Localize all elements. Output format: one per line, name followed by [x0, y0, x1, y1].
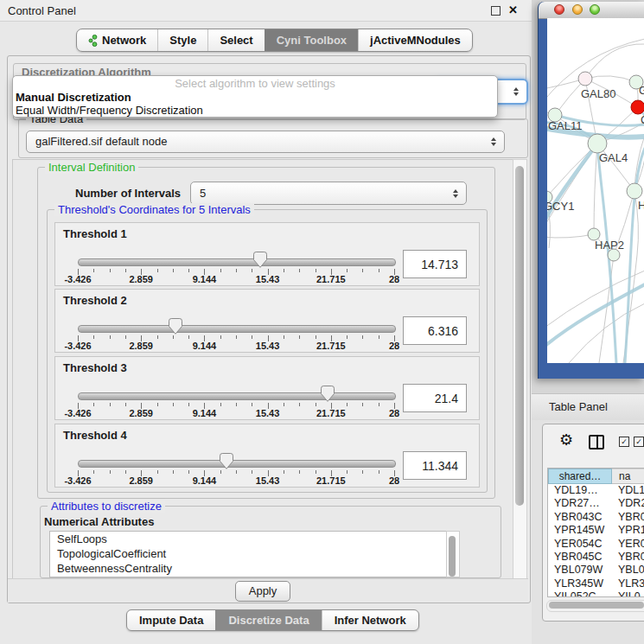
apply-button[interactable]: Apply	[235, 581, 290, 602]
table-cell-shared-name[interactable]: YDR27…	[548, 497, 612, 510]
table-cell-name[interactable]: YPR1	[612, 524, 644, 537]
table-cell-name[interactable]: YBR0	[612, 551, 644, 564]
horizontal-scrollbar-thumb[interactable]	[549, 602, 644, 609]
checkbox-icon[interactable]: ✓	[619, 437, 629, 447]
network-edge[interactable]	[594, 143, 597, 234]
tab-discretize-data[interactable]: Discretize Data	[215, 610, 321, 630]
tick-mark	[173, 269, 174, 272]
threshold-slider-thumb[interactable]	[220, 453, 233, 469]
tab-impute-data[interactable]: Impute Data	[127, 610, 215, 630]
threshold-slider-thumb[interactable]	[321, 386, 335, 402]
network-edge[interactable]	[585, 76, 636, 82]
threshold-slider-track[interactable]	[78, 392, 396, 400]
close-traffic-light-icon[interactable]	[554, 4, 564, 15]
table-cell-name[interactable]: YBL0	[612, 564, 644, 577]
threshold-value-field[interactable]: 11.344	[403, 451, 467, 480]
network-canvas-svg[interactable]: GAL80GACGAL11GAL4GCY1HHAP2	[547, 18, 644, 363]
tab-select[interactable]: Select	[207, 29, 264, 51]
network-edge[interactable]	[585, 44, 644, 79]
columns-icon[interactable]	[589, 435, 604, 450]
threshold-slider-track[interactable]	[78, 325, 396, 333]
network-node[interactable]	[578, 72, 592, 86]
checkbox-icon[interactable]: ✓	[634, 437, 644, 447]
table-row[interactable]: YDR27…YDR2	[548, 497, 644, 510]
table-data-combobox[interactable]: galFiltered.sif default node	[26, 131, 505, 153]
attributes-list-scrollbar-thumb[interactable]	[449, 536, 456, 577]
table-row[interactable]: YIL052CYIL0	[548, 590, 644, 596]
threshold-label: Threshold 3	[63, 361, 127, 374]
network-node[interactable]	[627, 183, 642, 199]
tick-mark	[125, 403, 126, 406]
column-header-shared-name[interactable]: shared…	[548, 469, 612, 484]
tick-label: 9.144	[193, 341, 217, 351]
table-cell-name[interactable]: YIL0	[612, 590, 641, 596]
table-row[interactable]: YBR043CYBR0	[548, 511, 644, 524]
network-node-label: GAL11	[548, 119, 583, 132]
tab-cyni-toolbox[interactable]: Cyni Toolbox	[265, 29, 358, 51]
table-cell-shared-name[interactable]: YER054C	[548, 538, 612, 551]
tab-infer-network[interactable]: Infer Network	[322, 610, 418, 630]
table-row[interactable]: YER054CYER0	[548, 538, 644, 551]
table-row[interactable]: YLR345WYLR3	[548, 577, 644, 590]
vertical-scrollbar[interactable]	[513, 159, 527, 580]
network-canvas[interactable]: GAL80GACGAL11GAL4GCY1HHAP2	[547, 18, 644, 363]
threshold-value-field[interactable]: 14.713	[403, 250, 467, 278]
numerical-attributes-list[interactable]: SelfLoopsTopologicalCoefficientBetweenne…	[49, 531, 447, 577]
table-cell-shared-name[interactable]: YBL079W	[548, 564, 612, 577]
threshold-value-field[interactable]: 21.4	[403, 384, 467, 412]
number-of-intervals-combobox[interactable]: 5	[190, 182, 467, 205]
table-row[interactable]: YPR145WYPR1	[548, 524, 644, 537]
tick-mark	[362, 403, 363, 406]
tab-style[interactable]: Style	[157, 29, 207, 51]
tick-mark	[173, 335, 174, 339]
float-window-icon[interactable]	[491, 6, 501, 16]
tick-mark	[173, 470, 174, 474]
table-cell-shared-name[interactable]: YLR345W	[548, 577, 612, 590]
dropdown-option-equal-width-frequency[interactable]: Equal Width/Frequency Discretization	[13, 104, 497, 117]
attribute-list-item[interactable]: SelfLoops	[50, 532, 446, 546]
table-cell-name[interactable]: YDR2	[612, 497, 644, 510]
tab-network[interactable]: Network	[77, 29, 157, 51]
combo-arrows-icon[interactable]	[453, 189, 458, 198]
table-cell-name[interactable]: YDL1	[612, 484, 644, 497]
combo-arrows-icon[interactable]	[513, 87, 519, 96]
table-cell-name[interactable]: YLR3	[612, 577, 644, 590]
table-cell-shared-name[interactable]: YDL19…	[548, 484, 612, 497]
table-cell-name[interactable]: YER0	[612, 538, 644, 551]
threshold-value-field[interactable]: 6.316	[403, 316, 467, 345]
attribute-list-item[interactable]: BetweennessCentrality	[50, 561, 446, 576]
dropdown-option-manual-discretization[interactable]: Manual Discretization	[13, 91, 497, 104]
close-icon[interactable]: ✕	[508, 3, 518, 16]
vertical-scrollbar-thumb[interactable]	[515, 166, 524, 506]
horizontal-scrollbar[interactable]	[546, 600, 644, 612]
network-node[interactable]	[588, 134, 607, 153]
minimize-traffic-light-icon[interactable]	[572, 4, 583, 15]
combo-arrows-icon[interactable]	[491, 137, 496, 146]
table-cell-shared-name[interactable]: YPR145W	[548, 524, 612, 537]
threshold-slider-thumb[interactable]	[253, 252, 267, 268]
tick-mark	[284, 335, 284, 339]
zoom-traffic-light-icon[interactable]	[590, 4, 600, 15]
table-cell-shared-name[interactable]: YIL052C	[548, 590, 612, 596]
table-row[interactable]: YBR045CYBR0	[548, 551, 644, 564]
threshold-slider-track[interactable]	[78, 258, 396, 266]
threshold-slider-track[interactable]	[78, 460, 396, 468]
network-edge-highlighted[interactable]	[547, 143, 597, 226]
table-cell-name[interactable]: YBR0	[612, 511, 644, 524]
table-row[interactable]: YDL19…YDL1	[548, 484, 644, 497]
attributes-list-scrollbar[interactable]	[446, 531, 460, 577]
network-edge-highlighted[interactable]	[625, 148, 644, 363]
network-node[interactable]	[631, 100, 644, 114]
tick-label: 15.43	[256, 274, 280, 284]
threshold-slider-thumb[interactable]	[169, 318, 182, 335]
network-window-titlebar[interactable]	[539, 2, 644, 19]
table-cell-shared-name[interactable]: YBR045C	[548, 551, 612, 564]
table-cell-shared-name[interactable]: YBR043C	[548, 511, 612, 524]
attribute-list-item[interactable]: TopologicalCoefficient	[50, 546, 446, 561]
tick-mark	[157, 269, 158, 272]
column-header-name[interactable]: na	[612, 469, 644, 484]
network-edge[interactable]	[547, 234, 594, 238]
table-row[interactable]: YBL079WYBL0	[548, 564, 644, 577]
tab-jactivemnodules[interactable]: jActiveMNodules	[358, 29, 472, 51]
gear-icon[interactable]: ⚙	[559, 432, 573, 448]
